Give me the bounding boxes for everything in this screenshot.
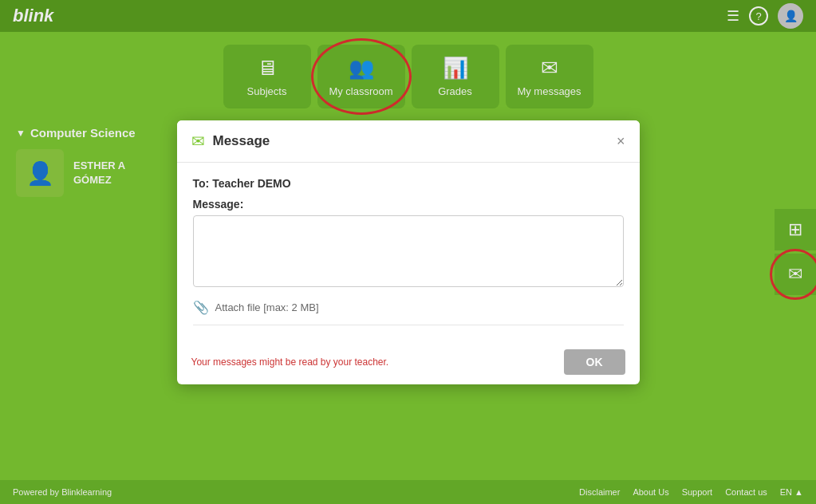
message-label: Message: [193,198,624,211]
modal-header: ✉ Message × [177,120,640,163]
modal-body: To: Teacher DEMO Message: 📎 Attach file … [177,163,640,340]
modal-title-row: ✉ Message [191,132,270,151]
modal-overlay: ✉ Message × To: Teacher DEMO Message: 📎 … [0,0,816,504]
modal-title: Message [213,133,270,149]
modal-envelope-icon: ✉ [191,132,205,151]
attach-label: Attach file [max: 2 MB] [215,301,319,313]
message-textarea[interactable] [193,215,624,287]
to-line: To: Teacher DEMO [193,177,624,190]
ok-button[interactable]: OK [564,349,625,375]
modal-close-button[interactable]: × [617,134,625,148]
paperclip-icon: 📎 [193,300,209,315]
attach-row: 📎 Attach file [max: 2 MB] [193,300,624,325]
message-modal: ✉ Message × To: Teacher DEMO Message: 📎 … [177,120,640,384]
modal-footer: Your messages might be read by your teac… [177,340,640,384]
warning-text: Your messages might be read by your teac… [191,356,389,368]
